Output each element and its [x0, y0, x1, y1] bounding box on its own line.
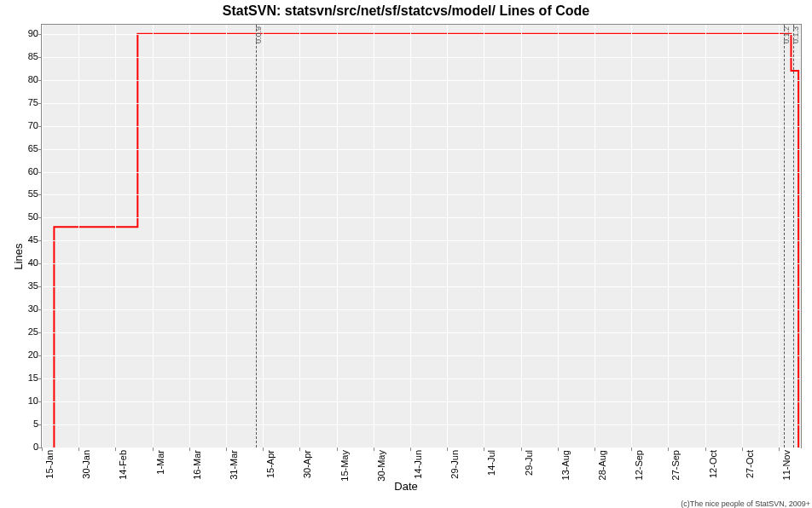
- y-gridline: [42, 424, 801, 425]
- x-tick: [521, 447, 522, 451]
- x-gridline: [42, 25, 43, 447]
- y-tick-label: 55: [13, 188, 38, 199]
- y-gridline: [42, 34, 801, 35]
- x-gridline: [705, 25, 706, 447]
- y-gridline: [42, 309, 801, 310]
- x-tick-label: 14-Feb: [118, 450, 128, 480]
- marker-label: 0.1.2: [782, 26, 791, 43]
- x-tick: [189, 447, 190, 451]
- x-tick: [226, 447, 227, 451]
- y-tick-label: 70: [13, 120, 38, 130]
- x-tick: [594, 447, 595, 451]
- y-tick-label: 25: [13, 326, 38, 337]
- y-tick-label: 15: [13, 372, 38, 383]
- x-gridline: [226, 25, 227, 447]
- y-gridline: [42, 447, 801, 448]
- y-gridline: [42, 194, 801, 195]
- x-tick-label: 1-Mar: [155, 450, 165, 475]
- x-gridline: [484, 25, 484, 447]
- x-tick-label: 12-Oct: [708, 450, 718, 478]
- x-gridline: [410, 25, 411, 447]
- x-gridline: [779, 25, 780, 447]
- marker-line: [784, 25, 785, 447]
- y-tick-label: 45: [13, 234, 38, 245]
- y-tick-label: 0: [13, 442, 38, 452]
- y-gridline: [42, 332, 801, 333]
- y-tick-label: 90: [13, 28, 38, 38]
- x-tick-label: 29-Jun: [450, 450, 460, 479]
- x-tick: [668, 447, 669, 451]
- marker-label: 0.0.9: [254, 26, 263, 43]
- x-tick: [299, 447, 300, 451]
- plot-area: 0.0.90.1.20.1.3: [41, 24, 802, 448]
- y-gridline: [42, 172, 801, 173]
- y-gridline: [42, 126, 801, 127]
- y-tick-label: 80: [13, 74, 38, 84]
- x-gridline: [78, 25, 79, 447]
- x-tick: [558, 447, 559, 451]
- line-series: [42, 25, 801, 447]
- x-tick: [631, 447, 632, 451]
- x-tick-label: 14-Jul: [486, 450, 496, 476]
- chart-title: StatSVN: statsvn/src/net/sf/statcvs/mode…: [0, 0, 812, 19]
- x-tick: [78, 447, 79, 451]
- x-tick: [410, 447, 411, 451]
- x-tick-label: 30-Apr: [302, 450, 312, 478]
- x-tick-label: 16-Mar: [192, 450, 202, 480]
- x-tick: [337, 447, 338, 451]
- x-tick-label: 27-Oct: [745, 450, 755, 478]
- x-tick-label: 15-Apr: [265, 450, 276, 478]
- x-tick: [705, 447, 706, 451]
- x-tick-label: 27-Sep: [670, 450, 681, 480]
- x-tick: [447, 447, 448, 451]
- x-gridline: [594, 25, 595, 447]
- x-gridline: [558, 25, 559, 447]
- x-gridline: [263, 25, 264, 447]
- y-gridline: [42, 355, 801, 356]
- y-gridline: [42, 401, 801, 402]
- y-tick-label: 10: [13, 395, 38, 406]
- x-gridline: [115, 25, 116, 447]
- x-gridline: [153, 25, 154, 447]
- y-tick-label: 65: [13, 143, 38, 153]
- x-tick-label: 29-Jul: [524, 450, 534, 476]
- x-tick-label: 15-May: [339, 450, 350, 482]
- y-gridline: [42, 80, 801, 81]
- y-tick-label: 5: [13, 419, 38, 429]
- x-tick: [742, 447, 743, 451]
- x-gridline: [631, 25, 632, 447]
- y-tick-label: 50: [13, 211, 38, 222]
- x-gridline: [668, 25, 669, 447]
- x-gridline: [447, 25, 448, 447]
- y-gridline: [42, 378, 801, 379]
- x-gridline: [189, 25, 190, 447]
- y-gridline: [42, 149, 801, 150]
- y-gridline: [42, 57, 801, 58]
- x-tick-label: 12-Sep: [634, 450, 644, 480]
- y-gridline: [42, 286, 801, 287]
- x-tick-label: 28-Aug: [597, 450, 607, 480]
- y-tick-label: 20: [13, 349, 38, 360]
- x-tick: [374, 447, 374, 451]
- y-tick-label: 40: [13, 257, 38, 268]
- x-tick: [115, 447, 116, 451]
- x-tick-label: 30-Jan: [81, 450, 91, 479]
- y-tick-label: 75: [13, 97, 38, 107]
- marker-line: [256, 25, 257, 447]
- x-tick: [42, 447, 43, 451]
- y-gridline: [42, 103, 801, 104]
- y-gridline: [42, 217, 801, 218]
- x-tick: [779, 447, 780, 451]
- x-tick-label: 13-Aug: [560, 450, 571, 480]
- y-gridline: [42, 240, 801, 241]
- y-tick-label: 30: [13, 303, 38, 314]
- chart-area: Lines Date 0.0.90.1.20.1.3 0510152025303…: [0, 19, 812, 494]
- x-tick: [484, 447, 484, 451]
- x-tick-label: 31-Mar: [229, 450, 239, 480]
- x-tick: [153, 447, 154, 451]
- x-gridline: [337, 25, 338, 447]
- x-gridline: [742, 25, 743, 447]
- credit-text: (c)The nice people of StatSVN, 2009+: [681, 499, 810, 508]
- y-gridline: [42, 263, 801, 264]
- x-tick-label: 30-May: [376, 450, 386, 482]
